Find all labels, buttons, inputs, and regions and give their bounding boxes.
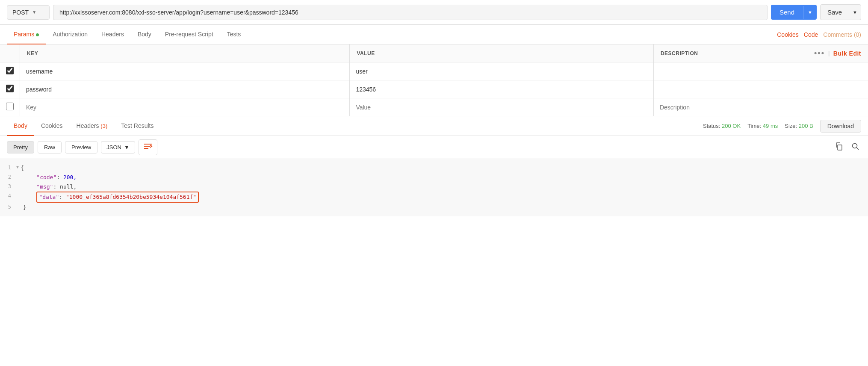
- row3-desc-cell: [653, 98, 868, 116]
- col-description: DESCRIPTION ••• | Bulk Edit: [653, 44, 868, 62]
- row1-check-cell: [0, 62, 20, 80]
- save-button[interactable]: Save ▼: [820, 4, 861, 20]
- col-check: [0, 44, 20, 62]
- row3-value-input[interactable]: [356, 104, 647, 111]
- line1-content: {: [21, 163, 865, 173]
- search-button[interactable]: [849, 140, 861, 154]
- send-button[interactable]: Send ▼: [771, 5, 817, 20]
- tab-headers[interactable]: Headers: [94, 25, 131, 44]
- code-line-1: 1 ▼ {: [0, 163, 868, 173]
- tab-prerequest[interactable]: Pre-request Script: [158, 25, 220, 44]
- tab-body[interactable]: Body: [131, 25, 158, 44]
- line5-content: }: [23, 203, 865, 212]
- method-label: POST: [12, 9, 29, 16]
- tab-response-cookies[interactable]: Cookies: [34, 116, 70, 136]
- copy-button[interactable]: [833, 140, 845, 154]
- tab-authorization[interactable]: Authorization: [46, 25, 94, 44]
- row1-checkbox[interactable]: [6, 67, 14, 74]
- row1-desc-cell: [653, 62, 868, 80]
- row1-key-cell: [20, 62, 350, 80]
- send-label: Send: [771, 5, 803, 20]
- row2-key-cell: [20, 80, 350, 98]
- row3-checkbox[interactable]: [6, 103, 14, 110]
- save-chevron-icon: ▼: [849, 6, 861, 19]
- col-value: VALUE: [350, 44, 654, 62]
- headers-badge: (3): [100, 123, 107, 129]
- method-dropdown[interactable]: POST ▼: [7, 5, 50, 20]
- params-section: KEY VALUE DESCRIPTION ••• | Bulk Edit: [0, 44, 868, 116]
- row1-value-cell: [350, 62, 654, 80]
- tab-response-test-results[interactable]: Test Results: [114, 116, 160, 136]
- line3-val: null,: [60, 183, 77, 190]
- comments-link[interactable]: Comments (0): [823, 31, 861, 38]
- code-line-3: 3 "msg": null,: [0, 182, 868, 192]
- table-row: [0, 98, 868, 116]
- bulk-edit-button[interactable]: Bulk Edit: [833, 50, 861, 57]
- line3-key: "msg": [36, 183, 53, 190]
- json-code-area: 1 ▼ { 2 "code": 200, 3 "msg": null, 4 "d…: [0, 159, 868, 216]
- size-label: Size: 200 B: [785, 123, 813, 129]
- pretty-button[interactable]: Pretty: [7, 141, 34, 153]
- request-tab-right-actions: Cookies Code Comments (0): [777, 31, 861, 38]
- json-format-dropdown[interactable]: JSON ▼: [101, 141, 135, 153]
- wrap-button[interactable]: [139, 139, 157, 155]
- json-chevron-icon: ▼: [124, 144, 130, 151]
- svg-point-4: [853, 144, 857, 148]
- line2-val: 200,: [63, 174, 77, 180]
- col-key: KEY: [20, 44, 350, 62]
- preview-button[interactable]: Preview: [65, 141, 97, 153]
- time-value: 49 ms: [763, 123, 778, 129]
- size-value: 200 B: [799, 123, 813, 129]
- row2-key-input[interactable]: [26, 86, 343, 93]
- params-table: KEY VALUE DESCRIPTION ••• | Bulk Edit: [0, 44, 868, 116]
- svg-line-5: [857, 148, 859, 150]
- more-options-button[interactable]: •••: [814, 49, 825, 58]
- tab-tests[interactable]: Tests: [220, 25, 248, 44]
- raw-button[interactable]: Raw: [38, 141, 62, 153]
- top-bar: POST ▼ Send ▼ Save ▼: [0, 0, 868, 25]
- time-label: Time: 49 ms: [747, 123, 778, 129]
- collapse-arrow[interactable]: ▼: [16, 163, 19, 171]
- code-line-2: 2 "code": 200,: [0, 173, 868, 182]
- format-right-icons: [833, 140, 861, 154]
- format-bar: Pretty Raw Preview JSON ▼: [0, 136, 868, 159]
- params-dot: [36, 33, 39, 36]
- line2-key: "code": [36, 174, 56, 180]
- line2-content: "code": 200,: [23, 173, 865, 182]
- line4-val: "1000_ef365a8fd6354b20be5934e104af561f": [66, 194, 196, 200]
- line4-content: "data": "1000_ef365a8fd6354b20be5934e104…: [23, 192, 865, 203]
- tab-params[interactable]: Params: [7, 25, 46, 44]
- json-label: JSON: [106, 144, 121, 151]
- highlighted-data-line: "data": "1000_ef365a8fd6354b20be5934e104…: [36, 192, 199, 203]
- request-tabs-bar: Params Authorization Headers Body Pre-re…: [0, 25, 868, 44]
- send-chevron-icon: ▼: [803, 6, 817, 19]
- row2-value-cell: [350, 80, 654, 98]
- row3-desc-input[interactable]: [660, 104, 862, 111]
- row2-desc-input[interactable]: [660, 86, 862, 93]
- row1-value-input[interactable]: [356, 68, 647, 75]
- row1-desc-input[interactable]: [660, 68, 862, 75]
- download-button[interactable]: Download: [820, 120, 861, 133]
- status-value: 200 OK: [722, 123, 741, 129]
- response-tabs-bar: Body Cookies Headers (3) Test Results St…: [0, 116, 868, 136]
- cookies-link[interactable]: Cookies: [777, 31, 799, 38]
- row1-key-input[interactable]: [26, 68, 343, 75]
- tab-response-headers[interactable]: Headers (3): [70, 116, 115, 136]
- row3-key-cell: [20, 98, 350, 116]
- line3-content: "msg": null,: [23, 182, 865, 192]
- tab-response-body[interactable]: Body: [7, 116, 34, 136]
- status-label: Status: 200 OK: [703, 123, 741, 129]
- row2-check-cell: [0, 80, 20, 98]
- svg-rect-3: [838, 145, 842, 150]
- row3-check-cell: [0, 98, 20, 116]
- row3-key-input[interactable]: [26, 104, 343, 111]
- code-link[interactable]: Code: [804, 31, 818, 38]
- method-chevron-icon: ▼: [32, 10, 36, 15]
- url-input[interactable]: [53, 5, 768, 20]
- table-row: [0, 80, 868, 98]
- row2-checkbox[interactable]: [6, 85, 14, 92]
- header-actions: ••• | Bulk Edit: [814, 49, 861, 58]
- table-row: [0, 62, 868, 80]
- row3-value-cell: [350, 98, 654, 116]
- row2-value-input[interactable]: [356, 86, 647, 93]
